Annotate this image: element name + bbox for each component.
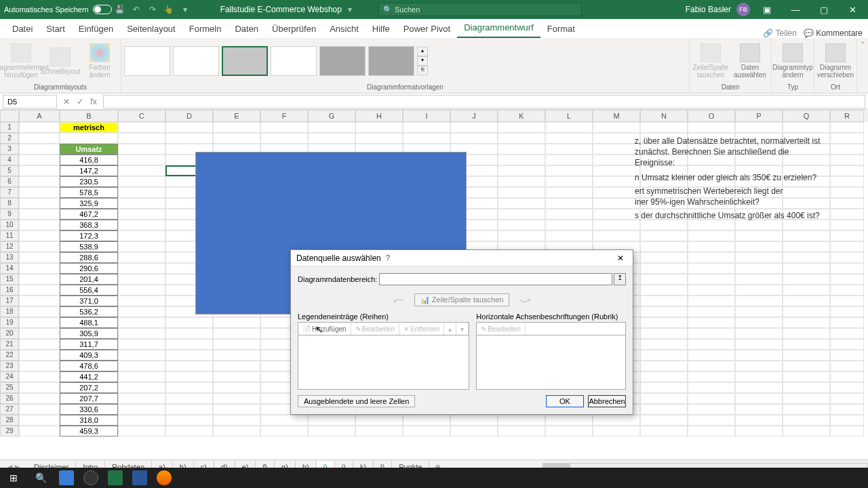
cell[interactable] xyxy=(640,415,688,426)
cell[interactable] xyxy=(165,361,213,371)
cell[interactable] xyxy=(308,133,355,144)
taskbar-firefox[interactable] xyxy=(152,468,176,488)
tab-einfuegen[interactable]: Einfügen xyxy=(72,20,120,38)
cell[interactable] xyxy=(830,198,864,209)
cell[interactable] xyxy=(593,176,640,187)
cell[interactable] xyxy=(19,187,60,198)
user-avatar[interactable]: FB xyxy=(736,3,750,16)
cell[interactable] xyxy=(783,263,830,274)
cell[interactable] xyxy=(783,393,830,404)
cell[interactable]: 488,1 xyxy=(60,317,118,328)
cell[interactable] xyxy=(545,176,593,187)
cell[interactable] xyxy=(450,415,498,426)
cell[interactable] xyxy=(783,230,830,241)
row-header[interactable]: 19 xyxy=(0,317,19,328)
collapse-ribbon-icon[interactable]: ⌃ xyxy=(857,38,868,93)
cell[interactable] xyxy=(165,133,213,144)
cell[interactable] xyxy=(640,317,688,328)
cell[interactable] xyxy=(593,230,640,241)
search-button[interactable]: 🔍 xyxy=(27,468,54,488)
cell[interactable] xyxy=(640,393,688,404)
cell[interactable] xyxy=(260,122,308,133)
add-series-button[interactable]: 📄 Hinzufügen xyxy=(298,323,351,335)
series-list[interactable] xyxy=(298,336,469,390)
cancel-formula-icon[interactable]: ✕ xyxy=(60,97,73,106)
cell[interactable] xyxy=(735,296,783,306)
cell[interactable] xyxy=(783,350,830,361)
redo-icon[interactable]: ↷ xyxy=(146,3,159,16)
cell[interactable] xyxy=(830,371,864,382)
cell[interactable] xyxy=(783,317,830,328)
cell[interactable] xyxy=(830,165,864,176)
ok-button[interactable]: OK xyxy=(546,395,584,407)
cell[interactable] xyxy=(450,133,498,144)
cell[interactable] xyxy=(19,165,60,176)
cell[interactable] xyxy=(783,426,830,436)
cell[interactable] xyxy=(640,361,688,371)
cell[interactable] xyxy=(260,133,308,144)
cell[interactable] xyxy=(830,187,864,198)
cell[interactable] xyxy=(403,415,450,426)
cell[interactable] xyxy=(118,404,165,415)
comments-button[interactable]: 💬 Kommentare xyxy=(804,28,863,38)
minimize-icon[interactable]: — xyxy=(784,0,807,19)
cell[interactable] xyxy=(545,144,593,155)
chart-style-2[interactable] xyxy=(173,46,219,76)
col-header[interactable]: K xyxy=(498,110,545,122)
cell[interactable] xyxy=(450,122,498,133)
cell[interactable] xyxy=(19,220,60,230)
cell[interactable]: metrisch xyxy=(60,122,118,133)
cell[interactable] xyxy=(830,176,864,187)
cell[interactable] xyxy=(783,274,830,285)
cell[interactable] xyxy=(498,209,545,220)
cell[interactable] xyxy=(783,285,830,296)
chart-style-6[interactable] xyxy=(368,46,414,76)
cell[interactable] xyxy=(545,426,593,436)
cell[interactable] xyxy=(60,133,118,144)
cell[interactable]: 441,2 xyxy=(60,371,118,382)
cell[interactable] xyxy=(19,296,60,306)
cell[interactable] xyxy=(593,220,640,230)
cell[interactable] xyxy=(735,361,783,371)
row-header[interactable]: 4 xyxy=(0,155,19,165)
cell[interactable]: 207,7 xyxy=(60,393,118,404)
cell[interactable] xyxy=(735,393,783,404)
row-header[interactable]: 15 xyxy=(0,274,19,285)
cell[interactable] xyxy=(545,155,593,165)
cell[interactable] xyxy=(19,371,60,382)
cell[interactable] xyxy=(19,274,60,285)
chart-style-4[interactable] xyxy=(271,46,317,76)
col-header[interactable]: C xyxy=(118,110,165,122)
cell[interactable]: 578,5 xyxy=(60,187,118,198)
col-header[interactable]: F xyxy=(260,110,308,122)
cell[interactable] xyxy=(545,165,593,176)
cell[interactable] xyxy=(830,220,864,230)
cell[interactable] xyxy=(118,317,165,328)
cell[interactable] xyxy=(213,393,260,404)
cell[interactable] xyxy=(830,382,864,393)
taskbar-app[interactable] xyxy=(79,468,103,488)
cell[interactable] xyxy=(830,252,864,263)
cell[interactable] xyxy=(830,263,864,274)
cell[interactable] xyxy=(688,317,735,328)
swap-row-col-button[interactable]: 📊 Zeile/Spalte tauschen xyxy=(414,293,510,306)
toggle-icon[interactable] xyxy=(93,5,112,14)
cell[interactable] xyxy=(640,382,688,393)
row-header[interactable]: 21 xyxy=(0,339,19,350)
cell[interactable] xyxy=(19,404,60,415)
cell[interactable] xyxy=(213,339,260,350)
cell[interactable] xyxy=(830,122,864,133)
axis-list[interactable] xyxy=(476,336,626,390)
cell[interactable] xyxy=(545,220,593,230)
quick-layout-button[interactable]: Schnelllayout xyxy=(42,41,79,81)
cell[interactable] xyxy=(403,122,450,133)
cell[interactable] xyxy=(165,328,213,339)
move-chart-button[interactable]: Diagramm verschieben xyxy=(817,41,854,81)
cell[interactable] xyxy=(213,122,260,133)
cell[interactable]: 556,4 xyxy=(60,285,118,296)
cell[interactable] xyxy=(688,306,735,317)
select-all-corner[interactable] xyxy=(0,110,19,122)
cell[interactable]: 325,9 xyxy=(60,198,118,209)
cell[interactable] xyxy=(688,393,735,404)
cell[interactable] xyxy=(19,230,60,241)
